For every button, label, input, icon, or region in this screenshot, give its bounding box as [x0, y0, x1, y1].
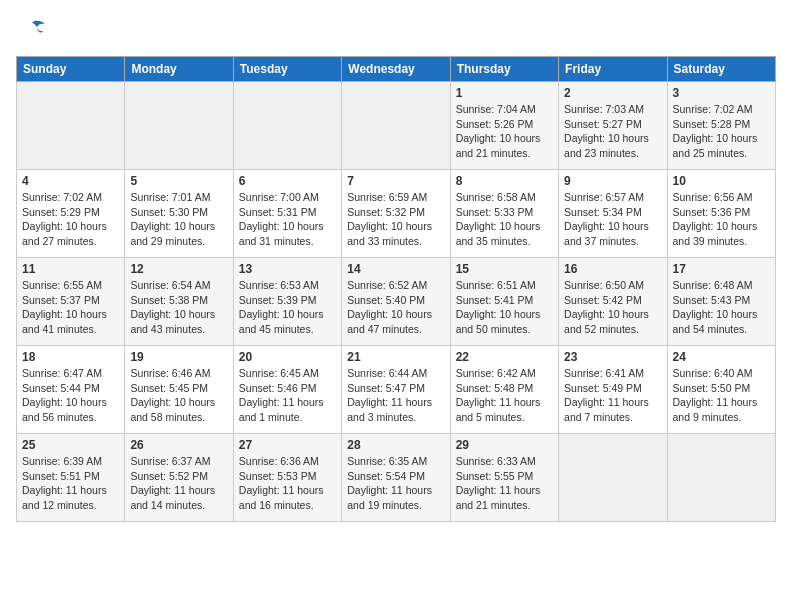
day-info: Sunrise: 6:55 AM Sunset: 5:37 PM Dayligh…	[22, 278, 119, 337]
calendar-cell: 21Sunrise: 6:44 AM Sunset: 5:47 PM Dayli…	[342, 346, 450, 434]
calendar-cell: 23Sunrise: 6:41 AM Sunset: 5:49 PM Dayli…	[559, 346, 667, 434]
col-header-monday: Monday	[125, 57, 233, 82]
calendar-cell	[125, 82, 233, 170]
calendar-cell: 22Sunrise: 6:42 AM Sunset: 5:48 PM Dayli…	[450, 346, 558, 434]
calendar-cell: 19Sunrise: 6:46 AM Sunset: 5:45 PM Dayli…	[125, 346, 233, 434]
calendar-cell: 17Sunrise: 6:48 AM Sunset: 5:43 PM Dayli…	[667, 258, 775, 346]
calendar-cell	[233, 82, 341, 170]
day-info: Sunrise: 6:53 AM Sunset: 5:39 PM Dayligh…	[239, 278, 336, 337]
day-number: 27	[239, 438, 336, 452]
logo-bird-icon	[16, 16, 48, 48]
day-info: Sunrise: 6:42 AM Sunset: 5:48 PM Dayligh…	[456, 366, 553, 425]
day-number: 6	[239, 174, 336, 188]
day-number: 20	[239, 350, 336, 364]
calendar-cell: 14Sunrise: 6:52 AM Sunset: 5:40 PM Dayli…	[342, 258, 450, 346]
day-info: Sunrise: 7:02 AM Sunset: 5:29 PM Dayligh…	[22, 190, 119, 249]
calendar-cell: 12Sunrise: 6:54 AM Sunset: 5:38 PM Dayli…	[125, 258, 233, 346]
day-info: Sunrise: 6:33 AM Sunset: 5:55 PM Dayligh…	[456, 454, 553, 513]
calendar-cell	[342, 82, 450, 170]
day-info: Sunrise: 7:01 AM Sunset: 5:30 PM Dayligh…	[130, 190, 227, 249]
day-info: Sunrise: 6:46 AM Sunset: 5:45 PM Dayligh…	[130, 366, 227, 425]
day-number: 2	[564, 86, 661, 100]
calendar-header-row: SundayMondayTuesdayWednesdayThursdayFrid…	[17, 57, 776, 82]
day-info: Sunrise: 6:57 AM Sunset: 5:34 PM Dayligh…	[564, 190, 661, 249]
day-info: Sunrise: 6:52 AM Sunset: 5:40 PM Dayligh…	[347, 278, 444, 337]
day-info: Sunrise: 6:36 AM Sunset: 5:53 PM Dayligh…	[239, 454, 336, 513]
calendar-week-3: 11Sunrise: 6:55 AM Sunset: 5:37 PM Dayli…	[17, 258, 776, 346]
day-number: 9	[564, 174, 661, 188]
calendar-table: SundayMondayTuesdayWednesdayThursdayFrid…	[16, 56, 776, 522]
day-info: Sunrise: 6:50 AM Sunset: 5:42 PM Dayligh…	[564, 278, 661, 337]
day-info: Sunrise: 6:58 AM Sunset: 5:33 PM Dayligh…	[456, 190, 553, 249]
calendar-cell: 24Sunrise: 6:40 AM Sunset: 5:50 PM Dayli…	[667, 346, 775, 434]
day-info: Sunrise: 7:03 AM Sunset: 5:27 PM Dayligh…	[564, 102, 661, 161]
day-number: 28	[347, 438, 444, 452]
day-info: Sunrise: 6:44 AM Sunset: 5:47 PM Dayligh…	[347, 366, 444, 425]
day-number: 26	[130, 438, 227, 452]
calendar-cell: 8Sunrise: 6:58 AM Sunset: 5:33 PM Daylig…	[450, 170, 558, 258]
calendar-week-4: 18Sunrise: 6:47 AM Sunset: 5:44 PM Dayli…	[17, 346, 776, 434]
day-number: 18	[22, 350, 119, 364]
day-info: Sunrise: 6:40 AM Sunset: 5:50 PM Dayligh…	[673, 366, 770, 425]
day-number: 24	[673, 350, 770, 364]
calendar-week-1: 1Sunrise: 7:04 AM Sunset: 5:26 PM Daylig…	[17, 82, 776, 170]
col-header-thursday: Thursday	[450, 57, 558, 82]
day-info: Sunrise: 6:51 AM Sunset: 5:41 PM Dayligh…	[456, 278, 553, 337]
calendar-cell: 3Sunrise: 7:02 AM Sunset: 5:28 PM Daylig…	[667, 82, 775, 170]
calendar-cell: 25Sunrise: 6:39 AM Sunset: 5:51 PM Dayli…	[17, 434, 125, 522]
page-header	[16, 16, 776, 48]
calendar-cell: 7Sunrise: 6:59 AM Sunset: 5:32 PM Daylig…	[342, 170, 450, 258]
calendar-cell	[17, 82, 125, 170]
day-number: 22	[456, 350, 553, 364]
day-info: Sunrise: 6:37 AM Sunset: 5:52 PM Dayligh…	[130, 454, 227, 513]
calendar-cell: 4Sunrise: 7:02 AM Sunset: 5:29 PM Daylig…	[17, 170, 125, 258]
calendar-cell: 26Sunrise: 6:37 AM Sunset: 5:52 PM Dayli…	[125, 434, 233, 522]
col-header-saturday: Saturday	[667, 57, 775, 82]
calendar-cell	[559, 434, 667, 522]
calendar-cell: 1Sunrise: 7:04 AM Sunset: 5:26 PM Daylig…	[450, 82, 558, 170]
day-number: 29	[456, 438, 553, 452]
day-number: 15	[456, 262, 553, 276]
day-info: Sunrise: 6:45 AM Sunset: 5:46 PM Dayligh…	[239, 366, 336, 425]
day-info: Sunrise: 6:41 AM Sunset: 5:49 PM Dayligh…	[564, 366, 661, 425]
day-info: Sunrise: 7:00 AM Sunset: 5:31 PM Dayligh…	[239, 190, 336, 249]
col-header-friday: Friday	[559, 57, 667, 82]
col-header-tuesday: Tuesday	[233, 57, 341, 82]
calendar-week-5: 25Sunrise: 6:39 AM Sunset: 5:51 PM Dayli…	[17, 434, 776, 522]
day-number: 1	[456, 86, 553, 100]
calendar-cell: 11Sunrise: 6:55 AM Sunset: 5:37 PM Dayli…	[17, 258, 125, 346]
day-info: Sunrise: 6:48 AM Sunset: 5:43 PM Dayligh…	[673, 278, 770, 337]
day-number: 7	[347, 174, 444, 188]
day-info: Sunrise: 6:54 AM Sunset: 5:38 PM Dayligh…	[130, 278, 227, 337]
day-number: 16	[564, 262, 661, 276]
col-header-sunday: Sunday	[17, 57, 125, 82]
day-info: Sunrise: 7:04 AM Sunset: 5:26 PM Dayligh…	[456, 102, 553, 161]
logo	[16, 16, 52, 48]
day-number: 17	[673, 262, 770, 276]
day-info: Sunrise: 6:35 AM Sunset: 5:54 PM Dayligh…	[347, 454, 444, 513]
day-number: 11	[22, 262, 119, 276]
calendar-cell: 6Sunrise: 7:00 AM Sunset: 5:31 PM Daylig…	[233, 170, 341, 258]
day-info: Sunrise: 6:56 AM Sunset: 5:36 PM Dayligh…	[673, 190, 770, 249]
col-header-wednesday: Wednesday	[342, 57, 450, 82]
day-number: 23	[564, 350, 661, 364]
calendar-cell: 29Sunrise: 6:33 AM Sunset: 5:55 PM Dayli…	[450, 434, 558, 522]
day-number: 19	[130, 350, 227, 364]
day-number: 21	[347, 350, 444, 364]
day-number: 3	[673, 86, 770, 100]
calendar-cell: 13Sunrise: 6:53 AM Sunset: 5:39 PM Dayli…	[233, 258, 341, 346]
calendar-cell: 20Sunrise: 6:45 AM Sunset: 5:46 PM Dayli…	[233, 346, 341, 434]
day-info: Sunrise: 6:39 AM Sunset: 5:51 PM Dayligh…	[22, 454, 119, 513]
calendar-week-2: 4Sunrise: 7:02 AM Sunset: 5:29 PM Daylig…	[17, 170, 776, 258]
day-info: Sunrise: 6:59 AM Sunset: 5:32 PM Dayligh…	[347, 190, 444, 249]
calendar-cell	[667, 434, 775, 522]
day-info: Sunrise: 7:02 AM Sunset: 5:28 PM Dayligh…	[673, 102, 770, 161]
day-number: 5	[130, 174, 227, 188]
day-number: 12	[130, 262, 227, 276]
day-number: 4	[22, 174, 119, 188]
calendar-cell: 28Sunrise: 6:35 AM Sunset: 5:54 PM Dayli…	[342, 434, 450, 522]
day-number: 25	[22, 438, 119, 452]
calendar-cell: 9Sunrise: 6:57 AM Sunset: 5:34 PM Daylig…	[559, 170, 667, 258]
day-info: Sunrise: 6:47 AM Sunset: 5:44 PM Dayligh…	[22, 366, 119, 425]
calendar-cell: 18Sunrise: 6:47 AM Sunset: 5:44 PM Dayli…	[17, 346, 125, 434]
